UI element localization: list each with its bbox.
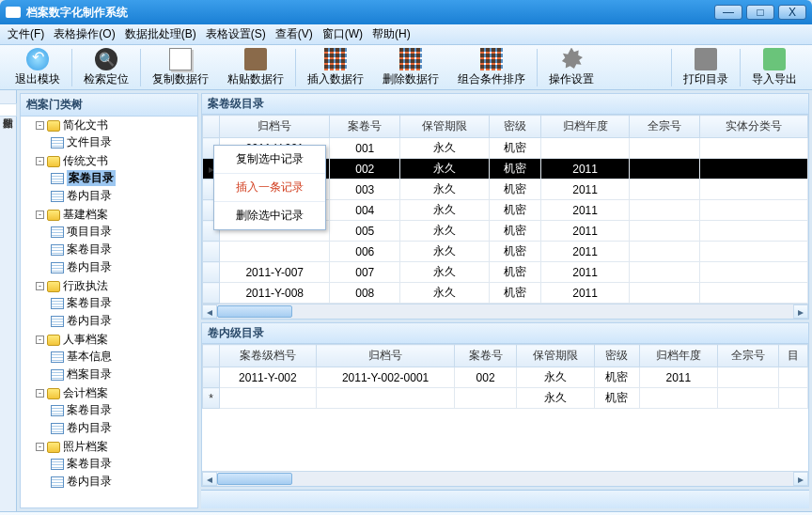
- column-header[interactable]: 案卷号: [455, 345, 517, 367]
- tree-item[interactable]: 案卷目录: [51, 295, 197, 311]
- column-header[interactable]: 归档号: [316, 345, 455, 367]
- column-header[interactable]: 全宗号: [717, 345, 779, 367]
- column-header[interactable]: 案卷号: [330, 116, 400, 138]
- settings-button[interactable]: 操作设置: [539, 46, 603, 89]
- sort-icon: [480, 48, 503, 70]
- column-header[interactable]: 密级: [489, 116, 540, 138]
- table-icon: [51, 405, 64, 416]
- table-icon: [51, 191, 64, 202]
- menu-help[interactable]: 帮助(H): [372, 26, 411, 42]
- app-title: 档案数字化制作系统: [26, 5, 714, 21]
- copy-row-button[interactable]: 复制数据行: [143, 46, 218, 89]
- tree-category[interactable]: -照片档案: [36, 439, 197, 455]
- table-row[interactable]: 006永久机密2011: [203, 242, 808, 262]
- table-icon: [51, 137, 64, 148]
- column-header[interactable]: 保管期限: [400, 116, 490, 138]
- tree-item[interactable]: 档案目录: [51, 367, 197, 382]
- tree-item[interactable]: 项目目录: [51, 224, 197, 240]
- column-header[interactable]: [203, 345, 220, 367]
- table-icon: [51, 262, 64, 273]
- tree-item[interactable]: 卷内目录: [51, 420, 197, 436]
- import-export-button[interactable]: 导入导出: [742, 46, 806, 89]
- tree-item[interactable]: 卷内目录: [51, 259, 197, 275]
- table-icon: [51, 316, 64, 327]
- menu-table-op[interactable]: 表格操作(O): [54, 26, 115, 42]
- column-header[interactable]: 全宗号: [630, 116, 700, 138]
- menubar: 文件(F) 表格操作(O) 数据批处理(B) 表格设置(S) 查看(V) 窗口(…: [0, 24, 812, 45]
- delete-icon: [399, 48, 422, 70]
- minimize-button[interactable]: —: [714, 5, 742, 20]
- tree-item[interactable]: 卷内目录: [51, 188, 197, 204]
- database-icon: [47, 156, 60, 167]
- tree-category[interactable]: -会计档案: [36, 385, 197, 401]
- copy-icon: [169, 48, 192, 70]
- column-header[interactable]: [203, 116, 220, 138]
- statusbar: [201, 490, 809, 508]
- table-icon: [51, 351, 64, 363]
- table-icon: [51, 244, 64, 256]
- exit-module-button[interactable]: 退出模块: [6, 46, 70, 89]
- ctx-delete[interactable]: 删除选中记录: [214, 202, 325, 229]
- titlebar: 档案数字化制作系统 — □ X: [0, 0, 812, 24]
- paste-row-button[interactable]: 粘贴数据行: [218, 46, 293, 89]
- insert-row-button[interactable]: 插入数据行: [298, 46, 373, 89]
- table-icon: [51, 369, 64, 381]
- tree-item[interactable]: 文件目录: [51, 134, 197, 150]
- table-icon: [51, 226, 64, 238]
- table-row[interactable]: 2011-Y-007007永久机密2011: [203, 262, 808, 283]
- table-icon: [51, 423, 64, 434]
- menu-batch[interactable]: 数据批处理(B): [125, 26, 196, 42]
- menu-table-cfg[interactable]: 表格设置(S): [206, 26, 266, 42]
- table-row[interactable]: 2011-Y-0022011-Y-002-0001002永久机密2011: [203, 367, 808, 388]
- database-icon: [47, 120, 60, 132]
- search-locate-button[interactable]: 检索定位: [74, 46, 138, 89]
- table-icon: [51, 298, 64, 309]
- top-panel-title: 案卷级目录: [202, 94, 808, 115]
- ctx-copy[interactable]: 复制选中记录: [214, 146, 325, 174]
- side-tabs: 粘贴图像: [0, 90, 17, 511]
- column-header[interactable]: 目: [779, 345, 808, 367]
- table-row[interactable]: 永久机密: [203, 388, 808, 409]
- tree-item[interactable]: 卷内目录: [51, 313, 197, 329]
- close-button[interactable]: X: [778, 5, 806, 20]
- paste-image-tab[interactable]: 粘贴图像: [0, 103, 17, 117]
- bottom-hscrollbar[interactable]: ◂▸: [202, 471, 808, 486]
- database-icon: [47, 388, 60, 399]
- app-logo-icon: [6, 7, 21, 18]
- column-header[interactable]: 归档年度: [540, 116, 630, 138]
- column-header[interactable]: 案卷级档号: [220, 345, 317, 367]
- tree-category[interactable]: -基建档案: [36, 207, 197, 223]
- column-header[interactable]: 归档年度: [639, 345, 717, 367]
- maximize-button[interactable]: □: [746, 5, 774, 20]
- bottom-grid[interactable]: 案卷级档号归档号案卷号保管期限密级归档年度全宗号目2011-Y-0022011-…: [202, 344, 808, 471]
- tree-item[interactable]: 案卷目录: [51, 242, 197, 258]
- column-header[interactable]: 密级: [594, 345, 639, 367]
- sort-button[interactable]: 组合条件排序: [448, 46, 535, 89]
- tree-item[interactable]: 案卷目录: [51, 402, 197, 418]
- menu-file[interactable]: 文件(F): [8, 26, 44, 42]
- tree-item[interactable]: 案卷目录: [51, 170, 197, 186]
- ctx-insert[interactable]: 插入一条记录: [214, 174, 325, 202]
- print-button[interactable]: 打印目录: [674, 46, 738, 89]
- tree-category[interactable]: -人事档案: [36, 332, 197, 348]
- column-header[interactable]: 实体分类号: [700, 116, 808, 138]
- top-hscrollbar[interactable]: ◂▸: [202, 304, 808, 319]
- column-header[interactable]: 归档号: [220, 116, 330, 138]
- database-icon: [47, 210, 60, 221]
- delete-row-button[interactable]: 删除数据行: [373, 46, 448, 89]
- menu-view[interactable]: 查看(V): [275, 26, 313, 42]
- tree-category[interactable]: -行政执法: [36, 278, 197, 294]
- import-export-icon: [763, 48, 786, 70]
- table-icon: [51, 459, 64, 470]
- tree-item[interactable]: 卷内目录: [51, 474, 197, 490]
- tree-category[interactable]: -传统文书: [36, 153, 197, 169]
- table-row[interactable]: 2011-Y-008008永久机密2011: [203, 283, 808, 304]
- tree-category[interactable]: -简化文书: [36, 117, 197, 133]
- menu-window[interactable]: 窗口(W): [322, 26, 363, 42]
- tree-item[interactable]: 基本信息: [51, 349, 197, 365]
- column-header[interactable]: 保管期限: [516, 345, 594, 367]
- gear-icon: [560, 48, 583, 70]
- exit-icon: [26, 48, 49, 70]
- tree-item[interactable]: 案卷目录: [51, 456, 197, 472]
- category-tree[interactable]: 档案门类树 -简化文书文件目录-传统文书案卷目录卷内目录-基建档案项目目录案卷目…: [20, 93, 198, 508]
